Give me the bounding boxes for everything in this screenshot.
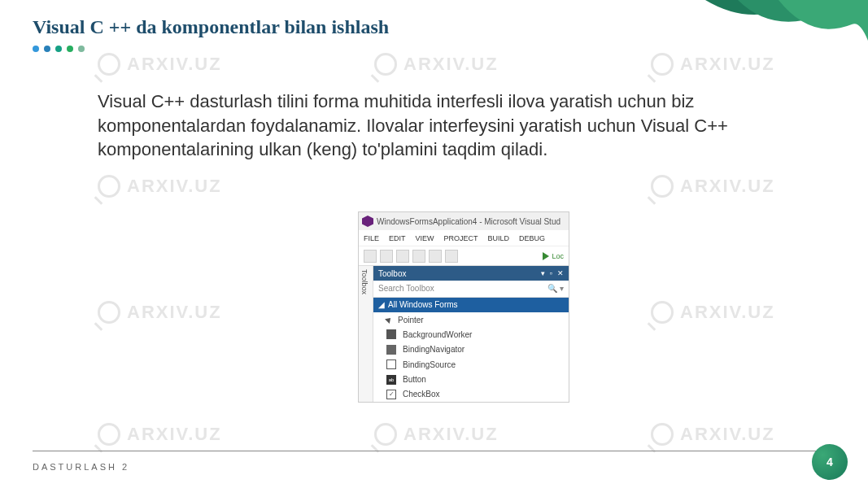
watermark: ARXIV.UZ xyxy=(98,175,222,198)
menu-project[interactable]: PROJECT xyxy=(444,234,478,242)
worker-icon xyxy=(386,329,396,339)
navigator-icon xyxy=(386,345,396,355)
button-icon: ab xyxy=(386,375,396,385)
save-all-icon[interactable] xyxy=(412,250,425,263)
pointer-icon xyxy=(385,316,393,324)
watermark: ARXIV.UZ xyxy=(98,423,222,446)
watermark: ARXIV.UZ xyxy=(98,53,222,76)
vs-titlebar: WindowsFormsApplication4 - Microsoft Vis… xyxy=(359,212,569,230)
search-icon: 🔍 ▾ xyxy=(547,284,564,293)
visual-studio-screenshot: WindowsFormsApplication4 - Microsoft Vis… xyxy=(358,211,569,403)
toolbox-side-tab[interactable]: Toolbox xyxy=(359,266,373,402)
watermark: ARXIV.UZ xyxy=(651,423,775,446)
title-dots-decoration xyxy=(33,46,85,52)
back-icon[interactable] xyxy=(364,250,377,263)
watermark: ARXIV.UZ xyxy=(98,301,222,324)
redo-icon[interactable] xyxy=(445,250,458,263)
watermark: ARXIV.UZ xyxy=(651,301,775,324)
toolbox-item-bindingnavigator[interactable]: BindingNavigator xyxy=(373,342,569,357)
toolbox-panel-header: Toolbox ▾ ▫ ✕ xyxy=(373,266,569,281)
dropdown-icon[interactable]: ▾ xyxy=(541,269,545,277)
vs-toolbar: Loc xyxy=(359,246,569,266)
watermark: ARXIV.UZ xyxy=(374,53,499,76)
vs-menubar: FILE EDIT VIEW PROJECT BUILD DEBUG xyxy=(359,230,569,246)
toolbox-item-button[interactable]: ab Button xyxy=(373,372,569,386)
pin-icon[interactable]: ▫ xyxy=(550,269,552,277)
menu-file[interactable]: FILE xyxy=(364,234,379,242)
vs-window-title: WindowsFormsApplication4 - Microsoft Vis… xyxy=(377,217,560,226)
menu-edit[interactable]: EDIT xyxy=(389,234,406,242)
toolbox-item-backgroundworker[interactable]: BackgroundWorker xyxy=(373,327,569,342)
menu-debug[interactable]: DEBUG xyxy=(519,234,545,242)
watermark: ARXIV.UZ xyxy=(374,423,499,446)
start-debug-button[interactable]: Loc xyxy=(543,252,564,260)
toolbox-item-pointer[interactable]: Pointer xyxy=(373,312,569,327)
save-icon[interactable] xyxy=(396,250,409,263)
corner-decoration xyxy=(705,0,868,73)
vs-logo-icon xyxy=(362,216,373,227)
forward-icon[interactable] xyxy=(380,250,393,263)
checkbox-icon: ✓ xyxy=(386,390,396,399)
source-icon xyxy=(386,359,396,369)
footer-divider xyxy=(33,451,835,451)
toolbox-item-bindingsource[interactable]: BindingSource xyxy=(373,357,569,372)
close-icon[interactable]: ✕ xyxy=(557,269,564,277)
collapse-icon: ◢ xyxy=(378,300,385,309)
toolbox-section-header[interactable]: ◢ All Windows Forms xyxy=(373,298,569,312)
body-paragraph: Visual C++ dasturlash tilini forma muhit… xyxy=(98,89,754,162)
play-icon xyxy=(543,252,549,260)
menu-build[interactable]: BUILD xyxy=(488,234,510,242)
toolbox-item-checkbox[interactable]: ✓ CheckBox xyxy=(373,387,569,402)
menu-view[interactable]: VIEW xyxy=(416,234,434,242)
page-title: Visual C ++ da komponentlar bilan ishlas… xyxy=(33,16,389,38)
undo-icon[interactable] xyxy=(429,250,442,263)
watermark: ARXIV.UZ xyxy=(651,175,775,198)
footer-text: DASTURLASH 2 xyxy=(33,462,129,472)
page-number-badge: 4 xyxy=(812,444,848,480)
toolbox-search[interactable]: Search Toolbox 🔍 ▾ xyxy=(373,281,569,297)
